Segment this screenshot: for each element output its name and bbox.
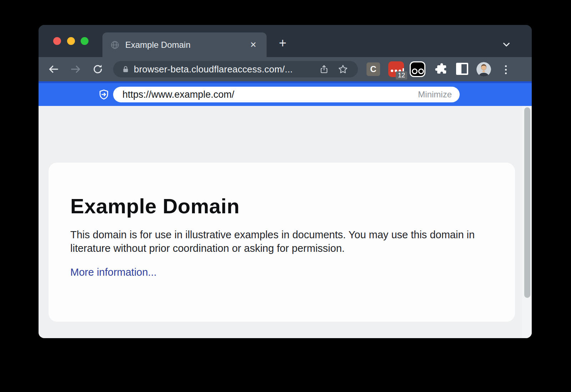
extension-dark-button[interactable]: [410, 61, 425, 77]
more-information-link[interactable]: More information...: [70, 266, 157, 278]
desktop-background: Example Domain ✕ +: [0, 0, 571, 392]
side-panel-pane: [458, 64, 461, 73]
tab-close-icon[interactable]: ✕: [248, 40, 259, 50]
address-bar[interactable]: browser-beta.cloudflareaccess.com/...: [113, 61, 358, 77]
forward-button[interactable]: [70, 63, 82, 75]
shield-isolation-icon: [98, 88, 110, 101]
scrollbar-track[interactable]: [522, 106, 532, 338]
extension-c-label: C: [370, 64, 376, 74]
browser-window: Example Domain ✕ +: [39, 25, 532, 338]
extension-c-button[interactable]: C: [367, 62, 380, 76]
forward-arrow-icon: [70, 63, 82, 75]
circles-icon: [418, 68, 424, 74]
new-tab-button[interactable]: +: [276, 37, 290, 50]
profile-avatar[interactable]: [476, 62, 491, 77]
browser-menu-button[interactable]: [503, 63, 509, 76]
share-icon[interactable]: [319, 64, 329, 74]
tab-example-domain[interactable]: Example Domain ✕: [102, 32, 267, 57]
chevron-down-icon[interactable]: [501, 39, 512, 50]
page-paragraph: This domain is for use in illustrative e…: [70, 228, 481, 255]
globe-favicon-icon: [110, 40, 120, 50]
reload-icon: [92, 63, 103, 75]
close-window-button[interactable]: [53, 37, 61, 45]
page-viewport: Example Domain This domain is for use in…: [39, 106, 532, 338]
extensions-puzzle-icon[interactable]: [434, 62, 448, 76]
scrollbar-thumb[interactable]: [524, 107, 530, 298]
browser-toolbar: browser-beta.cloudflareaccess.com/... C …: [39, 57, 532, 81]
avatar-photo: [476, 62, 491, 77]
bookmark-star-icon[interactable]: [338, 64, 348, 74]
lock-icon: [122, 65, 130, 73]
extension-password-manager-button[interactable]: 12: [388, 61, 404, 77]
reload-button[interactable]: [92, 63, 104, 75]
extension-badge-count: 12: [396, 71, 407, 80]
example-domain-card: Example Domain This domain is for use in…: [49, 163, 515, 322]
tab-strip: Example Domain ✕ +: [39, 25, 532, 57]
circles-icon: [412, 68, 418, 74]
zoom-window-button[interactable]: [81, 37, 89, 45]
side-panel-icon[interactable]: [456, 63, 468, 75]
isolated-url-field-wrap: Minimize: [113, 87, 460, 102]
back-button[interactable]: [47, 63, 60, 75]
back-arrow-icon: [47, 63, 60, 75]
remote-browser-bar: Minimize: [39, 81, 532, 106]
isolated-url-input[interactable]: [122, 89, 418, 100]
minimize-window-button[interactable]: [67, 37, 75, 45]
page-title: Example Domain: [70, 194, 490, 218]
tab-title: Example Domain: [125, 40, 248, 50]
minimize-bar-button[interactable]: Minimize: [418, 90, 452, 100]
address-bar-url[interactable]: browser-beta.cloudflareaccess.com/...: [134, 64, 319, 75]
